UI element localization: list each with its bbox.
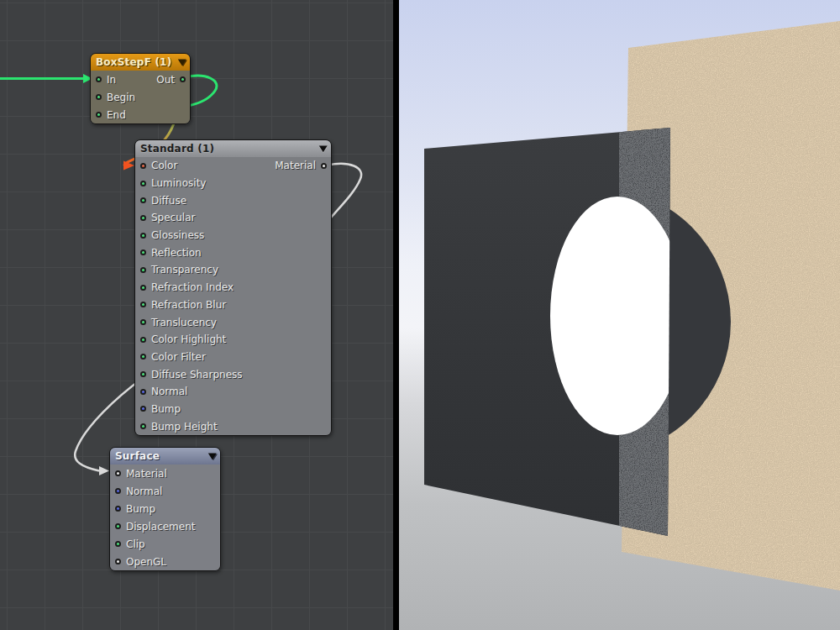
input-port-opengl[interactable] [115,559,121,564]
input-port-diffuse-sharpness[interactable] [140,371,146,377]
chevron-down-icon[interactable]: ▼ [208,452,217,460]
port-label: Bump [151,403,181,415]
port-label: Normal [126,486,162,497]
chevron-down-icon[interactable]: ▼ [178,58,186,66]
port-row: Bump [110,500,220,517]
port-row: Diffuse Sharpness [135,365,331,383]
white-circle [550,197,685,435]
port-label: Diffuse Sharpness [151,369,243,381]
port-label: Material [126,468,167,480]
input-port-bump[interactable] [115,506,121,512]
chevron-down-icon[interactable]: ▼ [319,144,328,153]
port-label: Bump [126,503,155,515]
port-label: Color Filter [151,351,206,363]
port-row: Refraction Blur [135,297,331,314]
port-row: Refraction Index [135,279,331,297]
input-port-refraction-index[interactable] [140,285,146,291]
port-label: Begin [107,92,135,103]
port-row: Transparency [135,261,331,279]
port-row: Bump [135,401,331,418]
port-label: Displacement [126,521,196,533]
port-row: Color Highlight [135,331,331,349]
node-standard-title: Standard (1) [140,143,214,155]
render-scene [399,0,840,630]
output-port-out[interactable] [180,76,186,82]
render-viewport[interactable] [399,0,840,630]
node-surface-body: Material Normal Bump Displacement Clip [110,465,220,570]
input-port-color[interactable] [140,163,146,169]
input-port-begin[interactable] [96,94,102,100]
port-row: Begin [91,88,190,106]
port-row: Specular [135,209,331,227]
port-label: Specular [151,212,195,223]
port-label: OpenGL [126,556,166,568]
port-row: In Out [91,71,190,88]
port-label: Color Highlight [151,333,226,345]
node-standard-body: Color Material Luminosity Diffuse Specul… [135,157,331,435]
port-row: Luminosity [135,175,331,192]
port-label: End [107,109,126,121]
port-label: Out [156,74,175,86]
input-port-transparency[interactable] [140,267,146,273]
port-label: Refraction Index [151,281,234,293]
port-label: In [107,74,116,86]
input-port-refraction-blur[interactable] [140,302,146,307]
port-row: Displacement [110,517,220,535]
node-standard[interactable]: Standard (1) ▼ Color Material Luminosity [134,139,332,436]
port-row: Color Filter [135,349,331,366]
port-label: Refraction Blur [151,299,226,311]
input-port-glossiness[interactable] [140,233,146,239]
input-port-end[interactable] [96,112,102,118]
node-surface-title: Surface [115,450,160,462]
wire-material-loop[interactable] [327,164,361,218]
input-port-color-filter[interactable] [140,354,146,360]
port-row: Translucency [135,313,331,331]
node-boxstepf-body: In Out Begin End [91,71,190,123]
port-row: Bump Height [135,417,331,435]
port-row: Normal [110,482,220,500]
port-row: Diffuse [135,192,331,209]
port-label: Normal [151,386,187,397]
input-port-in[interactable] [96,76,102,82]
input-port-color-highlight[interactable] [140,337,146,343]
input-port-normal[interactable] [115,488,121,494]
port-row: Reflection [135,244,331,261]
port-label: Transparency [151,264,218,276]
port-label: Clip [126,538,145,550]
input-port-clip[interactable] [115,541,121,547]
output-port-material[interactable] [321,163,327,169]
port-row: OpenGL [110,553,220,570]
node-surface[interactable]: Surface ▼ Material Normal Bump [109,447,221,571]
node-boxstepf[interactable]: BoxStepF (1) ▼ In Out Begin End [90,53,191,124]
input-port-material[interactable] [115,470,121,476]
input-port-diffuse[interactable] [140,197,146,203]
port-label: Diffuse [151,195,186,207]
node-standard-header[interactable]: Standard (1) ▼ [135,140,331,157]
input-port-reflection[interactable] [140,249,146,255]
input-port-normal[interactable] [140,389,146,395]
port-row: End [91,106,190,123]
port-label: Glossiness [151,229,204,241]
wire-arrowhead-material [99,466,109,475]
node-surface-header[interactable]: Surface ▼ [110,448,220,465]
port-label: Reflection [151,247,202,259]
input-port-luminosity[interactable] [140,181,146,186]
port-label: Color [151,160,177,171]
port-label: Bump Height [151,421,218,433]
port-row: Color Material [135,157,331,175]
port-label: Translucency [151,317,217,328]
input-port-bump[interactable] [140,406,146,412]
node-boxstepf-header[interactable]: BoxStepF (1) ▼ [91,54,190,71]
port-row: Glossiness [135,227,331,244]
panel-divider [393,0,399,630]
node-editor-canvas[interactable]: BoxStepF (1) ▼ In Out Begin End [0,0,393,630]
port-label: Luminosity [151,177,206,189]
node-boxstepf-title: BoxStepF (1) [96,56,171,68]
port-row: Material [110,465,220,482]
port-row: Normal [135,383,331,401]
app-window: BoxStepF (1) ▼ In Out Begin End [0,0,840,630]
input-port-bump-height[interactable] [140,423,146,429]
input-port-translucency[interactable] [140,319,146,325]
input-port-displacement[interactable] [115,523,121,529]
input-port-specular[interactable] [140,215,146,221]
